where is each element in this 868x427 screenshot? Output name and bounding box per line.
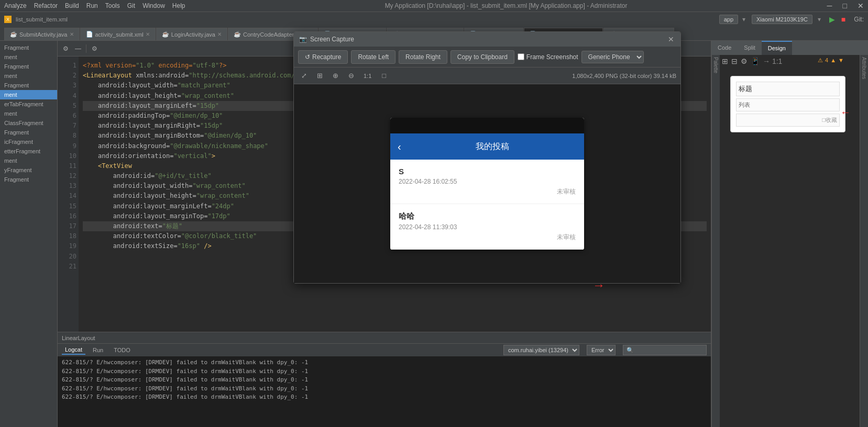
phone-item-0-date: 2022-04-28 16:02:55 [399,178,576,185]
tab-activity-submit[interactable]: 📄 activity_submit.xml ✕ [80,28,156,40]
right-tabs: Code Split Design [711,41,868,55]
log-line-2: 622-815/? E/hwcomposer: [DRMDEV] failed … [62,376,707,385]
screen-capture-modal: 📷 Screen Capture ✕ ↺ Recapture Rotate Le… [293,31,681,284]
sidebar-item-3[interactable]: ment [0,71,57,81]
sidebar-item-9[interactable]: Fragment [0,128,57,137]
phone-mockup: ‹ 我的投稿 S 2022-04-28 16:02:55 未审核 哈哈 2022… [390,118,584,250]
design-grid-icon[interactable]: ⊟ [731,57,738,65]
right-panel-body: Palette ⚠ 4 ▲ ▼ ⊞ ⊟ ⚙ 📱 → 1:1 [711,55,868,427]
toolbar-divider [86,44,86,53]
copy-clipboard-button[interactable]: Copy to Clipboard [451,50,514,64]
modal-body: → ‹ 我的投稿 S 2022-04-28 16:02:55 未审核 哈 [294,84,680,283]
window-title: My Application [D:\ruhai\app] - list_sub… [193,2,820,9]
log-line-4: 622-815/? E/hwcomposer: [DRMDEV] failed … [62,393,707,402]
phone-back-button[interactable]: ‹ [398,141,401,153]
design-arrow-annotation: → [840,107,851,119]
sidebar-item-14[interactable]: Fragment [0,175,57,184]
modal-title: Screen Capture [310,36,354,43]
preview-submit-btn[interactable]: □收藏 [736,114,840,127]
todo-tab[interactable]: TODO [111,346,134,354]
menu-window[interactable]: Window [142,2,165,9]
sidebar-item-8[interactable]: ClassFragment [0,118,57,128]
sidebar-item-2[interactable]: Fragment [0,62,57,71]
right-tab-design[interactable]: Design [762,41,792,55]
sidebar-item-10[interactable]: icFragment [0,137,57,147]
generic-phone-select[interactable]: Generic Phone [581,51,644,63]
title-bar: X list_submit_item.xml app ▾ Xiaomi M210… [0,12,868,26]
warning-icon: ⚠ [818,57,823,64]
toolbar-settings-icon[interactable]: ⚙ [60,43,71,54]
menu-tools[interactable]: Tools [105,2,120,9]
toolbar-minus-icon[interactable]: — [72,43,84,54]
design-phone-icon[interactable]: 📱 [751,57,760,65]
design-magnet-icon[interactable]: ⊞ [722,57,728,65]
log-filter-input[interactable] [623,345,707,355]
breadcrumb-linearlayout: LinearLayout [62,335,95,341]
sidebar-item-7[interactable]: ment [0,109,57,118]
menu-bar: Analyze Refactor Build Run Tools Git Win… [0,0,868,12]
stop-button-icon[interactable]: ■ [841,15,845,24]
fit-icon[interactable]: 1:1 [361,70,374,82]
frame-screenshot-checkbox[interactable] [518,53,524,60]
preview-list-field: 列表 [736,98,840,111]
recapture-button[interactable]: ↺ Recapture [298,50,348,64]
line-numbers: 12345 678910 1112131415 1617181920 21 [58,57,79,332]
log-line-0: 622-815/? E/hwcomposer: [DRMDEV] failed … [62,358,707,367]
expand-icon[interactable]: ⤢ [298,70,310,82]
code-footer: LinearLayout [58,332,711,343]
modal-close-button[interactable]: ✕ [667,35,675,43]
run-tab[interactable]: Run [90,346,106,354]
warning-chevron-down[interactable]: ▼ [838,57,844,63]
grid-icon[interactable]: ⊞ [314,70,325,82]
sidebar-item-5[interactable]: ment [0,90,57,99]
run-button-icon[interactable]: ▶ [829,15,835,24]
run-config-app[interactable]: app [719,15,738,24]
sidebar-item-4[interactable]: Fragment [0,81,57,90]
module-select[interactable]: com.ruhai.yibei (13294) [503,345,579,355]
phone-list-item-0: S 2022-04-28 16:02:55 未审核 [390,160,584,204]
close-icon[interactable]: ✕ [858,2,864,10]
git-label: Git: [854,16,864,23]
sidebar-item-1[interactable]: ment [0,52,57,62]
right-tab-split[interactable]: Split [738,41,761,55]
modal-toolbar: ↺ Recapture Rotate Left Rotate Right Cop… [294,47,680,68]
design-canvas[interactable]: ⚠ 4 ▲ ▼ ⊞ ⊟ ⚙ 📱 → 1:1 标题 列表 □收藏 [720,55,860,427]
menu-run[interactable]: Run [86,2,98,9]
rotate-right-button[interactable]: Rotate Right [399,50,447,64]
recapture-icon: ↺ [305,53,310,61]
sidebar-item-0[interactable]: Fragment [0,43,57,52]
sidebar: Fragment ment Fragment ment Fragment men… [0,41,58,427]
run-dropdown-icon[interactable]: ▾ [742,16,745,23]
tab-LoginActivity[interactable]: ☕ LoginActivity.java ✕ [156,28,227,40]
device-dropdown-icon[interactable]: ▾ [818,16,821,23]
phone-top-bar [390,118,584,133]
square-icon[interactable]: □ [378,70,390,82]
run-device[interactable]: Xiaomi M2103K19C [752,15,812,24]
zoom-in-icon[interactable]: ⊕ [329,70,341,82]
toolbar-gear-icon[interactable]: ⚙ [89,43,100,54]
phone-item-1-date: 2022-04-28 11:39:03 [399,223,576,231]
minimize-icon[interactable]: ─ [827,2,832,10]
menu-help[interactable]: Help [172,2,185,9]
sidebar-item-6[interactable]: erTabFragment [0,99,57,109]
warning-chevron-up[interactable]: ▲ [830,57,836,63]
menu-build[interactable]: Build [65,2,79,9]
log-line-1: 622-815/? E/hwcomposer: [DRMDEV] failed … [62,367,707,376]
log-level-select[interactable]: Error [587,345,616,355]
zoom-out-icon[interactable]: ⊖ [345,70,357,82]
maximize-icon[interactable]: □ [843,2,847,10]
right-tab-code[interactable]: Code [711,41,738,55]
menu-analyze[interactable]: Analyze [4,2,27,9]
menu-refactor[interactable]: Refactor [34,2,58,9]
tab-SubmitActivity[interactable]: ☕ SubmitActivity.java ✕ [4,28,80,40]
menu-git[interactable]: Git [127,2,135,9]
phone-preview-box: 标题 列表 □收藏 [730,76,845,132]
design-config-icon[interactable]: ⚙ [741,57,748,65]
rotate-left-button[interactable]: Rotate Left [351,50,395,64]
sidebar-item-13[interactable]: yFragment [0,165,57,175]
sidebar-item-11[interactable]: etterFragment [0,147,57,156]
palette-label: Palette [711,55,720,427]
sidebar-item-12[interactable]: ment [0,156,57,165]
logcat-tab[interactable]: Logcat [62,345,85,355]
modal-titlebar-left: 📷 Screen Capture [299,36,354,43]
